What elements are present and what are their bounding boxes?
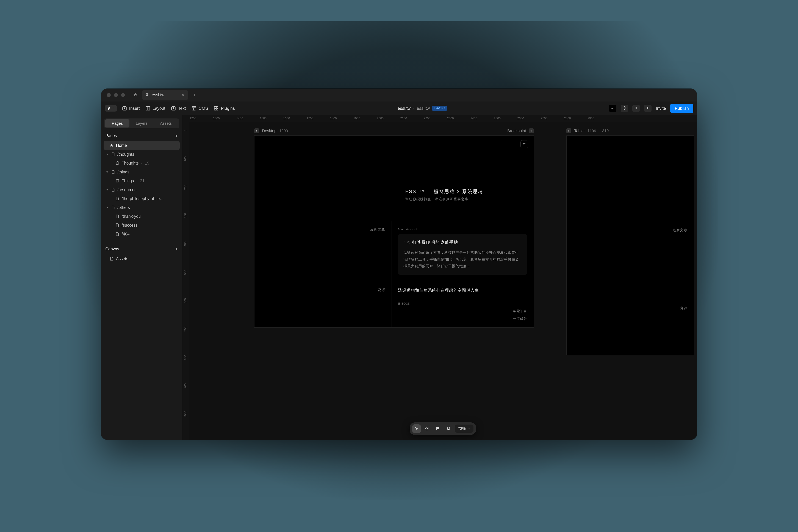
select-tool[interactable] — [412, 424, 421, 433]
new-tab-button[interactable]: + — [190, 91, 198, 99]
cms-button[interactable]: CMS — [191, 104, 209, 112]
folder-resources-label: /resources — [117, 187, 136, 192]
site-latest-label: 最新文章 — [261, 227, 385, 232]
pages-section-header: Pages + — [101, 128, 182, 141]
frame-tablet[interactable]: Tablet 1199 — 810 最新文章 資源 — [566, 135, 694, 355]
page-thoughts-label: Thoughts — [122, 161, 139, 166]
add-page-button[interactable]: + — [175, 133, 178, 138]
app-window: essl.tw ✕ + Insert Layout Text — [101, 89, 697, 440]
page-things-label: Things — [122, 178, 134, 183]
ruler-tick: 1400 — [236, 117, 243, 120]
play-frame-button[interactable] — [254, 128, 259, 133]
site-preview-desktop[interactable]: ESSL™ ｜ 極簡思維 × 系統思考 幫助你擺脫雜訊，專注在真正重要之事 最新… — [254, 135, 534, 327]
things-count: 21 — [140, 178, 145, 183]
thoughts-count: 19 — [145, 161, 149, 166]
comment-tool[interactable] — [433, 424, 442, 433]
app-menu-button[interactable] — [104, 105, 117, 112]
site-annual-report[interactable]: 年度報告 — [398, 317, 527, 321]
breadcrumb-project[interactable]: essl.tw — [398, 106, 411, 111]
page-philosophy-label: /the-philosophy-of-ite… — [122, 196, 164, 201]
plugins-button[interactable]: Plugins — [213, 104, 235, 112]
site-menu-button[interactable] — [520, 140, 528, 148]
page-thoughts-index[interactable]: Thoughts · 19 — [103, 159, 179, 168]
page-icon — [115, 214, 119, 218]
more-menu-button[interactable]: ••• — [609, 104, 616, 112]
folder-things[interactable]: ▾ /things — [103, 168, 179, 176]
insert-button[interactable]: Insert — [121, 104, 140, 112]
layout-button[interactable]: Layout — [145, 104, 166, 112]
traffic-light-minimize[interactable] — [114, 93, 118, 97]
play-icon — [646, 106, 650, 111]
breakpoint-label[interactable]: Breakpoint — [507, 129, 526, 133]
frame-tablet-header[interactable]: Tablet 1199 — 810 — [566, 128, 694, 133]
canvas-workarea[interactable]: 1200130014001500160017001800190020002100… — [182, 115, 697, 440]
page-things-index[interactable]: Things · 21 — [103, 176, 179, 185]
ruler-tick: 1200 — [190, 117, 196, 120]
page-thank-you[interactable]: /thank-you — [103, 212, 179, 221]
frame-tablet-dim: 1199 — 810 — [588, 129, 609, 133]
site-article-card[interactable]: 生活打造最聰明的傻瓜手機 以數位極簡的角度來看，科技終究是一個幫助我們提升而非取… — [398, 234, 527, 275]
chevron-down-icon — [112, 107, 115, 110]
canvas-viewport[interactable]: Desktop 1200 Breakpoint + ESSL™ ｜ 極簡思維 ×… — [189, 122, 697, 440]
tab-pages[interactable]: Pages — [105, 119, 130, 128]
page-home[interactable]: Home — [103, 141, 179, 150]
site-hero-title: ESSL™ ｜ 極簡思維 × 系統思考 — [405, 188, 483, 195]
frame-desktop-header[interactable]: Desktop 1200 Breakpoint + — [254, 128, 534, 133]
add-canvas-button[interactable]: + — [175, 246, 178, 252]
page-success[interactable]: /success — [103, 221, 179, 230]
home-tab[interactable] — [131, 90, 140, 100]
zoom-selector[interactable]: 73% — [455, 424, 474, 433]
ruler-tick: 1300 — [213, 117, 220, 120]
page-icon — [115, 223, 119, 227]
canvas-heading: Canvas — [105, 247, 119, 251]
ruler-vertical: 01002003004005006007008009001000 — [182, 122, 189, 440]
ruler-tick: 2600 — [517, 117, 524, 120]
tab-assets[interactable]: Assets — [154, 119, 178, 128]
contrast-tool[interactable] — [444, 424, 453, 433]
main-toolbar: Insert Layout Text CMS Plugins essl.tw · — [101, 101, 697, 115]
close-icon[interactable]: ✕ — [181, 93, 185, 97]
tab-layers[interactable]: Layers — [130, 119, 154, 128]
svg-rect-4 — [192, 107, 196, 110]
site-download-ebook[interactable]: 下載電子書 — [398, 309, 527, 313]
page-philosophy[interactable]: /the-philosophy-of-ite… — [103, 194, 179, 203]
folder-thoughts[interactable]: ▾ /thoughts — [103, 150, 179, 159]
folder-resources[interactable]: ▾ /resources — [103, 185, 179, 194]
ruler-tick: 700 — [184, 327, 187, 331]
page-404[interactable]: /404 — [103, 230, 179, 239]
svg-rect-8 — [216, 109, 218, 110]
project-tab[interactable]: essl.tw ✕ — [142, 90, 188, 100]
hand-tool[interactable] — [423, 424, 432, 433]
ruler-tick: 900 — [184, 383, 187, 388]
site-preview-tablet[interactable]: 最新文章 資源 — [566, 135, 694, 355]
canvas-section-header: Canvas + — [101, 242, 182, 254]
ruler-tick: 2000 — [377, 117, 384, 120]
publish-button[interactable]: Publish — [670, 104, 694, 113]
globe-button[interactable] — [621, 104, 628, 112]
play-frame-button[interactable] — [566, 128, 571, 133]
traffic-light-zoom[interactable] — [121, 93, 125, 97]
site-resources-label: 資源 — [261, 288, 385, 292]
traffic-light-close[interactable] — [107, 93, 111, 97]
page-stack-icon — [115, 161, 119, 165]
ruler-tick: 500 — [184, 270, 187, 275]
breadcrumb-site[interactable]: essl.tw — [417, 106, 430, 111]
site-article-tag: 生活 — [403, 241, 410, 245]
frame-desktop[interactable]: Desktop 1200 Breakpoint + ESSL™ ｜ 極簡思維 ×… — [254, 135, 534, 327]
chevron-down-icon: ▾ — [106, 152, 109, 156]
preview-button[interactable] — [644, 104, 651, 112]
settings-button[interactable] — [632, 104, 640, 112]
ruler-tick: 2100 — [400, 117, 407, 120]
plugins-label: Plugins — [221, 106, 235, 111]
framer-icon — [145, 93, 149, 97]
canvas-assets-item[interactable]: Assets — [103, 254, 179, 263]
invite-button[interactable]: Invite — [656, 106, 666, 111]
frame-desktop-label: Desktop — [262, 129, 277, 133]
add-breakpoint-button[interactable]: + — [529, 128, 534, 133]
text-button[interactable]: Text — [170, 104, 187, 112]
folder-others[interactable]: ▾ /others — [103, 203, 179, 212]
globe-icon — [623, 106, 626, 111]
text-icon — [171, 106, 176, 111]
site-article-title: 打造最聰明的傻瓜手機 — [412, 240, 458, 245]
svg-point-13 — [448, 428, 449, 430]
